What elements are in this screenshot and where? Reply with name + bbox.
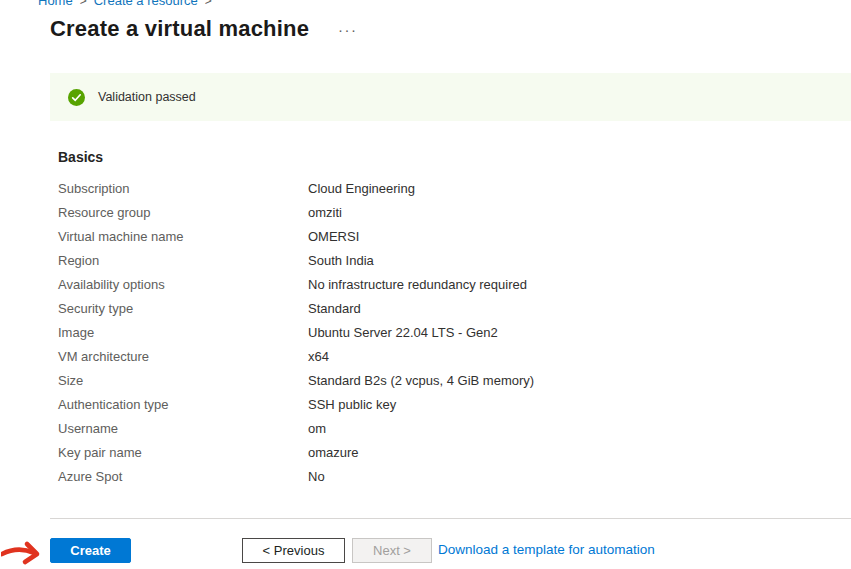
validation-banner-text: Validation passed bbox=[98, 90, 196, 104]
field-label: Azure Spot bbox=[58, 469, 308, 484]
basics-section-title: Basics bbox=[58, 149, 103, 165]
red-arrow-annotation-icon bbox=[1, 540, 47, 567]
field-value: omziti bbox=[308, 205, 342, 220]
field-value: South India bbox=[308, 253, 374, 268]
breadcrumb-create-a-resource[interactable]: Create a resource bbox=[94, 0, 198, 8]
more-options-icon[interactable]: ··· bbox=[338, 21, 358, 38]
field-label: Image bbox=[58, 325, 308, 340]
field-row: Subscription Cloud Engineering bbox=[58, 176, 798, 200]
breadcrumb-separator: > bbox=[205, 0, 212, 8]
check-circle-icon bbox=[68, 89, 85, 106]
page-title: Create a virtual machine bbox=[50, 16, 309, 42]
field-value: Ubuntu Server 22.04 LTS - Gen2 bbox=[308, 325, 498, 340]
field-value: x64 bbox=[308, 349, 329, 364]
footer-divider bbox=[50, 518, 851, 519]
field-value: omazure bbox=[308, 445, 359, 460]
field-value: SSH public key bbox=[308, 397, 396, 412]
field-value: No infrastructure redundancy required bbox=[308, 277, 527, 292]
field-row: Key pair name omazure bbox=[58, 440, 798, 464]
field-label: Region bbox=[58, 253, 308, 268]
field-row: Size Standard B2s (2 vcpus, 4 GiB memory… bbox=[58, 368, 798, 392]
field-label: Size bbox=[58, 373, 308, 388]
field-value: No bbox=[308, 469, 325, 484]
field-row: Region South India bbox=[58, 248, 798, 272]
field-row: Username om bbox=[58, 416, 798, 440]
download-template-link[interactable]: Download a template for automation bbox=[438, 542, 655, 557]
field-label: Username bbox=[58, 421, 308, 436]
field-row: Azure Spot No bbox=[58, 464, 798, 488]
field-row: Security type Standard bbox=[58, 296, 798, 320]
breadcrumb-home[interactable]: Home bbox=[38, 0, 73, 8]
field-label: Security type bbox=[58, 301, 308, 316]
field-value: OMERSI bbox=[308, 229, 359, 244]
basics-fields-list: Subscription Cloud Engineering Resource … bbox=[58, 176, 798, 488]
field-row: Virtual machine name OMERSI bbox=[58, 224, 798, 248]
field-row: Image Ubuntu Server 22.04 LTS - Gen2 bbox=[58, 320, 798, 344]
create-button[interactable]: Create bbox=[50, 538, 131, 563]
field-row: Authentication type SSH public key bbox=[58, 392, 798, 416]
breadcrumb: Home>Create a resource> bbox=[38, 0, 219, 8]
field-label: Authentication type bbox=[58, 397, 308, 412]
create-vm-review-page: Home>Create a resource> Create a virtual… bbox=[0, 0, 851, 569]
field-value: Standard bbox=[308, 301, 361, 316]
field-row: Resource group omziti bbox=[58, 200, 798, 224]
field-label: Availability options bbox=[58, 277, 308, 292]
validation-banner: Validation passed bbox=[50, 73, 851, 121]
breadcrumb-separator: > bbox=[80, 0, 87, 8]
field-label: Subscription bbox=[58, 181, 308, 196]
field-label: Virtual machine name bbox=[58, 229, 308, 244]
field-value: Cloud Engineering bbox=[308, 181, 415, 196]
field-value: Standard B2s (2 vcpus, 4 GiB memory) bbox=[308, 373, 534, 388]
field-value: om bbox=[308, 421, 326, 436]
previous-button[interactable]: < Previous bbox=[242, 538, 345, 563]
next-button: Next > bbox=[352, 538, 432, 563]
field-label: Key pair name bbox=[58, 445, 308, 460]
field-row: VM architecture x64 bbox=[58, 344, 798, 368]
field-label: Resource group bbox=[58, 205, 308, 220]
field-row: Availability options No infrastructure r… bbox=[58, 272, 798, 296]
field-label: VM architecture bbox=[58, 349, 308, 364]
